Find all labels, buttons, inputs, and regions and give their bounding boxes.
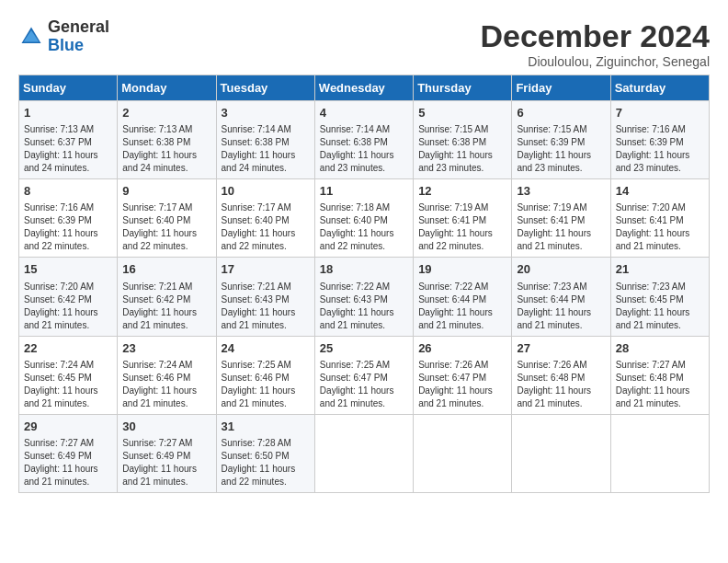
day-info: Sunset: 6:39 PM (517, 136, 605, 149)
day-info: Sunset: 6:42 PM (24, 293, 112, 306)
day-number: 18 (320, 261, 408, 278)
day-info: Daylight: 11 hours and 21 minutes. (418, 306, 506, 332)
day-info: Sunset: 6:37 PM (24, 136, 112, 149)
logo-blue: Blue (48, 36, 84, 54)
day-info: Sunset: 6:46 PM (122, 372, 210, 385)
day-info: Daylight: 11 hours and 21 minutes. (517, 227, 605, 253)
day-info: Sunset: 6:40 PM (222, 214, 310, 227)
day-info: Sunset: 6:49 PM (122, 450, 210, 463)
day-info: Daylight: 11 hours and 23 minutes. (616, 149, 704, 175)
calendar-cell: 17Sunrise: 7:21 AMSunset: 6:43 PMDayligh… (216, 258, 314, 336)
day-info: Sunset: 6:42 PM (122, 293, 210, 306)
day-info: Sunset: 6:39 PM (616, 136, 704, 149)
day-info: Sunset: 6:47 PM (320, 372, 408, 385)
calendar-cell: 28Sunrise: 7:27 AMSunset: 6:48 PMDayligh… (610, 336, 709, 414)
calendar-cell (512, 414, 610, 492)
day-info: Sunset: 6:47 PM (418, 372, 506, 385)
day-info: Sunset: 6:44 PM (517, 293, 605, 306)
day-info: Sunset: 6:50 PM (222, 450, 310, 463)
day-info: Daylight: 11 hours and 22 minutes. (418, 227, 506, 253)
day-number: 9 (122, 183, 210, 200)
day-info: Sunset: 6:43 PM (320, 293, 408, 306)
day-number: 13 (517, 183, 605, 200)
day-info: Sunrise: 7:14 AM (222, 123, 310, 136)
day-info: Sunset: 6:40 PM (320, 214, 408, 227)
day-info: Daylight: 11 hours and 24 minutes. (222, 149, 310, 175)
day-number: 21 (616, 261, 704, 278)
day-number: 2 (122, 105, 210, 121)
day-info: Sunset: 6:39 PM (24, 214, 112, 227)
day-number: 7 (616, 105, 704, 121)
day-info: Sunrise: 7:28 AM (222, 437, 310, 450)
logo: General Blue (18, 18, 109, 55)
calendar-cell: 13Sunrise: 7:19 AMSunset: 6:41 PMDayligh… (512, 179, 610, 258)
day-info: Sunrise: 7:27 AM (122, 437, 210, 450)
calendar-cell: 8Sunrise: 7:16 AMSunset: 6:39 PMDaylight… (19, 179, 118, 258)
day-info: Sunrise: 7:26 AM (418, 359, 506, 372)
col-tuesday: Tuesday (216, 75, 314, 101)
day-info: Daylight: 11 hours and 22 minutes. (122, 227, 210, 253)
day-info: Sunrise: 7:19 AM (517, 201, 605, 214)
day-info: Sunrise: 7:17 AM (222, 201, 310, 214)
calendar-week-1: 1Sunrise: 7:13 AMSunset: 6:37 PMDaylight… (19, 101, 710, 179)
calendar-cell: 6Sunrise: 7:15 AMSunset: 6:39 PMDaylight… (512, 101, 610, 179)
calendar-week-2: 8Sunrise: 7:16 AMSunset: 6:39 PMDaylight… (19, 179, 710, 258)
day-info: Daylight: 11 hours and 21 minutes. (517, 385, 605, 410)
day-number: 23 (122, 340, 210, 357)
day-info: Daylight: 11 hours and 22 minutes. (222, 463, 310, 488)
day-info: Sunrise: 7:17 AM (122, 201, 210, 214)
day-info: Daylight: 11 hours and 21 minutes. (222, 306, 310, 332)
month-title: December 2024 (480, 18, 710, 54)
day-info: Sunset: 6:44 PM (418, 293, 506, 306)
day-number: 31 (222, 419, 310, 435)
day-info: Sunrise: 7:23 AM (517, 281, 605, 293)
day-number: 5 (418, 105, 506, 121)
col-wednesday: Wednesday (314, 75, 413, 101)
day-info: Sunrise: 7:20 AM (616, 201, 704, 214)
col-saturday: Saturday (610, 75, 709, 101)
calendar-body: 1Sunrise: 7:13 AMSunset: 6:37 PMDaylight… (19, 101, 710, 493)
calendar-cell: 1Sunrise: 7:13 AMSunset: 6:37 PMDaylight… (19, 101, 118, 179)
day-info: Daylight: 11 hours and 21 minutes. (616, 385, 704, 410)
header-row: Sunday Monday Tuesday Wednesday Thursday… (19, 75, 710, 101)
calendar-week-4: 22Sunrise: 7:24 AMSunset: 6:45 PMDayligh… (19, 336, 710, 414)
day-info: Sunset: 6:38 PM (320, 136, 408, 149)
day-info: Sunrise: 7:22 AM (418, 281, 506, 293)
day-info: Daylight: 11 hours and 21 minutes. (517, 306, 605, 332)
calendar-cell (314, 414, 413, 492)
day-info: Daylight: 11 hours and 21 minutes. (616, 306, 704, 332)
day-info: Daylight: 11 hours and 23 minutes. (320, 149, 408, 175)
logo-general: General (48, 17, 109, 36)
calendar-header: Sunday Monday Tuesday Wednesday Thursday… (19, 75, 710, 101)
day-number: 29 (24, 419, 112, 435)
day-info: Daylight: 11 hours and 21 minutes. (122, 385, 210, 410)
day-info: Sunset: 6:45 PM (24, 372, 112, 385)
day-number: 26 (418, 340, 506, 357)
day-info: Sunrise: 7:13 AM (122, 123, 210, 136)
day-info: Sunrise: 7:27 AM (24, 437, 112, 450)
day-info: Sunrise: 7:13 AM (24, 123, 112, 136)
day-number: 1 (24, 105, 112, 121)
day-info: Daylight: 11 hours and 21 minutes. (320, 306, 408, 332)
day-info: Sunrise: 7:24 AM (122, 359, 210, 372)
day-info: Sunrise: 7:24 AM (24, 359, 112, 372)
day-info: Daylight: 11 hours and 21 minutes. (24, 463, 112, 488)
day-info: Sunset: 6:45 PM (616, 293, 704, 306)
calendar-cell: 11Sunrise: 7:18 AMSunset: 6:40 PMDayligh… (314, 179, 413, 258)
day-number: 8 (24, 183, 112, 200)
day-info: Daylight: 11 hours and 24 minutes. (122, 149, 210, 175)
day-info: Sunset: 6:48 PM (517, 372, 605, 385)
day-info: Sunrise: 7:22 AM (320, 281, 408, 293)
calendar-cell: 3Sunrise: 7:14 AMSunset: 6:38 PMDaylight… (216, 101, 314, 179)
day-number: 28 (616, 340, 704, 357)
calendar-cell: 14Sunrise: 7:20 AMSunset: 6:41 PMDayligh… (610, 179, 709, 258)
location: Diouloulou, Ziguinchor, Senegal (480, 54, 710, 69)
day-info: Sunrise: 7:18 AM (320, 201, 408, 214)
day-info: Sunrise: 7:21 AM (122, 281, 210, 293)
day-info: Daylight: 11 hours and 22 minutes. (222, 227, 310, 253)
day-info: Sunset: 6:48 PM (616, 372, 704, 385)
day-number: 14 (616, 183, 704, 200)
day-info: Sunset: 6:38 PM (418, 136, 506, 149)
day-info: Sunset: 6:43 PM (222, 293, 310, 306)
calendar-cell: 2Sunrise: 7:13 AMSunset: 6:38 PMDaylight… (118, 101, 216, 179)
